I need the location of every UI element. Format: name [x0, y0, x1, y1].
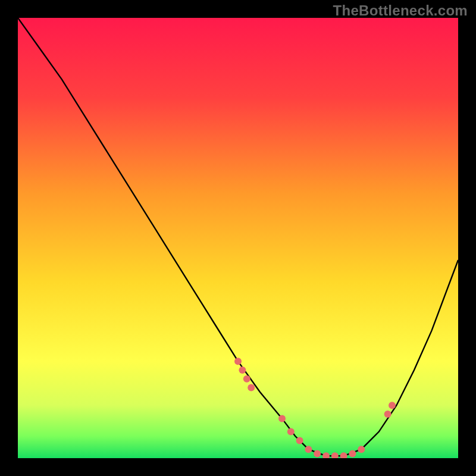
highlight-dot [384, 411, 392, 418]
highlight-dot [248, 384, 255, 392]
highlight-dot [239, 367, 246, 374]
highlight-dot [296, 437, 303, 444]
highlight-dot [305, 446, 312, 453]
highlight-dot [234, 358, 242, 365]
highlight-dot [287, 428, 295, 436]
highlight-dot [314, 450, 321, 458]
chart-frame: TheBottleneck.com [0, 0, 476, 476]
highlight-dot [349, 450, 356, 458]
chart-svg [18, 18, 458, 458]
watermark-text: TheBottleneck.com [333, 2, 468, 19]
highlight-dot [358, 446, 365, 453]
highlight-dot [389, 402, 396, 409]
plot-area [18, 18, 458, 458]
highlight-dot [243, 375, 250, 383]
highlight-dot [278, 415, 286, 422]
gradient-background [18, 18, 458, 458]
